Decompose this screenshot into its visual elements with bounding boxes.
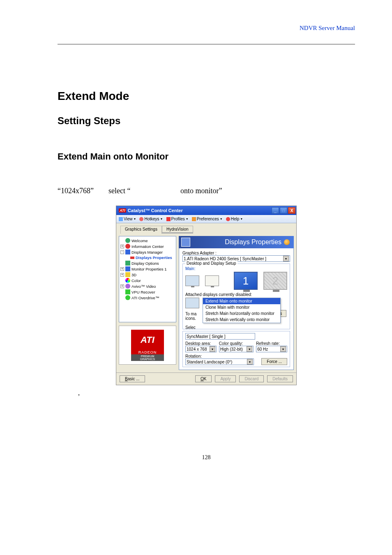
color-quality-combo[interactable]: High (32-bit)▼ [219, 346, 254, 352]
radeon-label: RADEON [131, 350, 164, 354]
refresh-rate-label: Refresh rate: [256, 341, 287, 346]
text-onto-monitor: onto monitor” [180, 187, 222, 195]
basic-button[interactable]: Basic ... [120, 375, 145, 382]
maximize-button[interactable]: □ [280, 207, 287, 214]
group-desktop-setup-label: Desktop and Display Setup [185, 261, 238, 266]
chevron-down-icon: ▼ [280, 346, 286, 352]
tree-avivo-video[interactable]: +Avivo™ Video [120, 283, 175, 289]
tree-displays-properties[interactable]: Displays Properties [130, 255, 175, 260]
hint-text-1: To ma [185, 312, 196, 316]
desktop-area-label: Desktop area: [185, 341, 217, 346]
monitor-thumbnail-main[interactable] [185, 275, 199, 286]
graphics-adapter-label: Graphics Adapter : [182, 251, 290, 255]
ctx-extend-main[interactable]: Extend Main onto monitor [203, 298, 280, 304]
tree-color[interactable]: Color [125, 278, 175, 283]
nav-tree[interactable]: Welcome +Information Center -Displays Ma… [119, 236, 176, 322]
hint-text-2: icons. [185, 316, 196, 321]
window-title: Catalyst™ Control Center [128, 208, 183, 213]
tab-graphics-settings[interactable]: Graphics Settings [120, 226, 162, 234]
tree-3d[interactable]: +3D [120, 272, 175, 278]
manual-title: NDVR Server Manual [58, 25, 355, 32]
text-resolution: “1024x768” [58, 187, 94, 195]
panel-header-icon [181, 238, 190, 247]
chevron-down-icon: ▼ [210, 346, 215, 352]
app-window: ATI Catalyst™ Control Center _ □ X View … [116, 206, 297, 385]
context-menu: Extend Main onto monitor Clone Main with… [203, 298, 281, 323]
menu-help[interactable]: Help ▼ [226, 217, 243, 221]
minimize-button[interactable]: _ [272, 207, 279, 214]
ok-button[interactable]: OK [195, 375, 212, 382]
header-divider [58, 44, 355, 44]
monitor-large-2[interactable]: 2 [263, 272, 287, 290]
disabled-monitor-thumbnail[interactable] [185, 298, 199, 308]
body-text-line: “1024x768” select “ onto monitor” [58, 187, 355, 195]
swirl-icon [284, 239, 290, 245]
menu-preferences[interactable]: Preferences ▼ [192, 217, 223, 221]
ati-badge-icon: ATI [119, 208, 126, 213]
refresh-rate-combo[interactable]: 60 Hz▼ [256, 346, 287, 352]
force-button[interactable]: Force ... [261, 358, 287, 365]
trailing-comma: , [78, 389, 355, 397]
ctx-clone-main[interactable]: Clone Main with monitor [203, 304, 280, 310]
heading-extend-mode: Extend Mode [58, 90, 355, 103]
tree-welcome[interactable]: Welcome [125, 238, 175, 243]
ctx-stretch-vertical[interactable]: Stretch Main vertically onto monitor [203, 317, 280, 323]
chevron-down-icon: ▼ [247, 359, 253, 365]
selected-device-value: SyncMaster [ Single ] [187, 334, 225, 339]
tree-displays-manager[interactable]: -Displays Manager [120, 249, 175, 255]
tree-monitor-properties[interactable]: +Monitor Properties 1 [120, 266, 175, 272]
main-label: Main: [185, 266, 287, 271]
chevron-down-icon: ▼ [247, 346, 252, 352]
heading-setting-steps: Setting Steps [58, 115, 355, 127]
tab-hydravision[interactable]: HydraVision [162, 226, 193, 234]
ctx-stretch-horizontal[interactable]: Stretch Main horizontally onto monitor [203, 310, 280, 317]
menubar: View ▼ Hotkeys ▼ Profiles ▼ Preferences … [116, 215, 296, 223]
rotation-combo[interactable]: Standard Landscape (0°)▼ [185, 358, 254, 365]
text-select: select “ [108, 187, 130, 195]
premium-graphics-label: PREMIUM GRAPHICS [131, 354, 164, 361]
page-number: 128 [58, 454, 355, 461]
close-button[interactable]: X [288, 207, 295, 214]
color-quality-label: Color quality: [219, 341, 254, 346]
desktop-area-combo[interactable]: 1024 x 768▼ [185, 346, 217, 352]
tree-vpu-recover[interactable]: VPU Recover [125, 289, 175, 295]
attached-displays-label: Attached displays currently disabled: [185, 292, 287, 297]
monitor-thumbnail-secondary[interactable] [205, 275, 219, 286]
heading-extend-main: Extend Main onto Monitor [58, 151, 355, 162]
titlebar[interactable]: ATI Catalyst™ Control Center _ □ X [116, 206, 296, 215]
panel-header: Displays Properties [179, 236, 294, 248]
ati-logo-panel: ATI RADEON PREMIUM GRAPHICS [119, 326, 176, 365]
panel-title: Displays Properties [225, 238, 281, 246]
tree-information-center[interactable]: +Information Center [120, 243, 175, 249]
rotation-label: Rotation: [185, 354, 254, 358]
selected-device-combo[interactable]: SyncMaster [ Single ] [185, 333, 255, 340]
apply-button[interactable]: Apply [215, 375, 236, 382]
tree-ati-overdrive[interactable]: ATI Overdrive™ [125, 295, 175, 301]
graphics-adapter-value: 1.ATI Radeon HD 2400 Series [ SyncMaster… [184, 257, 266, 261]
ati-logo-icon: ATI [131, 330, 164, 350]
menu-view[interactable]: View ▼ [119, 217, 136, 221]
hint-text-3: Selec [185, 325, 196, 330]
menu-profiles[interactable]: Profiles ▼ [166, 217, 189, 221]
tree-display-options[interactable]: Display Options [125, 260, 175, 266]
defaults-button[interactable]: Defaults [267, 375, 293, 382]
menu-hotkeys[interactable]: Hotkeys ▼ [139, 217, 163, 221]
discard-button[interactable]: Discard [239, 375, 264, 382]
monitor-large-1[interactable]: 1 [234, 272, 258, 290]
chevron-down-icon: ▼ [283, 256, 289, 261]
